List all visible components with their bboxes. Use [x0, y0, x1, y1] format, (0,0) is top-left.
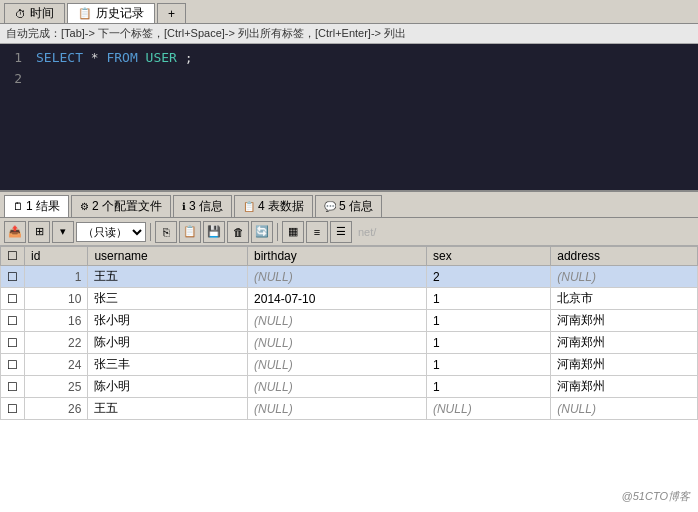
row-checkbox[interactable]: ☐ [1, 310, 25, 332]
line-numbers: 1 2 [0, 44, 30, 190]
cell-id[interactable]: 26 [25, 398, 88, 420]
cell-id[interactable]: 22 [25, 332, 88, 354]
results-tab-5[interactable]: 💬 5 信息 [315, 195, 382, 217]
toolbar-paste-btn[interactable]: 📋 [179, 221, 201, 243]
tab-time[interactable]: ⏱ 时间 [4, 3, 65, 23]
results-tab-2[interactable]: ⚙ 2 个配置文件 [71, 195, 171, 217]
cell-sex[interactable]: 1 [426, 288, 550, 310]
toolbar-delete-btn[interactable]: 🗑 [227, 221, 249, 243]
cell-address[interactable]: 河南郑州 [551, 310, 698, 332]
results-table: ☐ id username birthday sex address ☐1王五(… [0, 246, 698, 420]
row-checkbox[interactable]: ☐ [1, 332, 25, 354]
cell-birthday[interactable]: (NULL) [248, 310, 427, 332]
cell-birthday[interactable]: 2014-07-10 [248, 288, 427, 310]
results-tab-5-label: 5 信息 [339, 198, 373, 215]
results-tab-1-icon: 🗒 [13, 201, 23, 212]
cell-address[interactable]: 河南郑州 [551, 332, 698, 354]
cell-sex[interactable]: (NULL) [426, 398, 550, 420]
editor-area: 自动完成：[Tab]-> 下一个标签，[Ctrl+Space]-> 列出所有标签… [0, 24, 698, 192]
cell-address[interactable]: 河南郑州 [551, 354, 698, 376]
header-sex: sex [426, 247, 550, 266]
header-checkbox: ☐ [1, 247, 25, 266]
sql-code-area[interactable]: SELECT * FROM USER ; [30, 44, 698, 190]
tab-bar: ⏱ 时间 📋 历史记录 + [0, 0, 698, 24]
cell-address[interactable]: 河南郑州 [551, 376, 698, 398]
cell-birthday[interactable]: (NULL) [248, 376, 427, 398]
results-tab-2-icon: ⚙ [80, 201, 89, 212]
cell-username[interactable]: 陈小明 [88, 376, 248, 398]
toolbar-list-btn[interactable]: ≡ [306, 221, 328, 243]
results-tabs: 🗒 1 结果 ⚙ 2 个配置文件 ℹ 3 信息 📋 4 表数据 💬 5 信息 [0, 192, 698, 218]
cell-id[interactable]: 25 [25, 376, 88, 398]
cell-sex[interactable]: 2 [426, 266, 550, 288]
results-tab-4[interactable]: 📋 4 表数据 [234, 195, 313, 217]
row-checkbox[interactable]: ☐ [1, 288, 25, 310]
cell-address[interactable]: 北京市 [551, 288, 698, 310]
row-checkbox[interactable]: ☐ [1, 266, 25, 288]
table-row[interactable]: ☐22陈小明(NULL)1河南郑州 [1, 332, 698, 354]
cell-id[interactable]: 24 [25, 354, 88, 376]
toolbar-table-btn[interactable]: ▦ [282, 221, 304, 243]
toolbar-save-btn[interactable]: 💾 [203, 221, 225, 243]
cell-sex[interactable]: 1 [426, 376, 550, 398]
toolbar-sep-1 [150, 223, 151, 241]
row-checkbox[interactable]: ☐ [1, 398, 25, 420]
header-birthday: birthday [248, 247, 427, 266]
cell-birthday[interactable]: (NULL) [248, 354, 427, 376]
results-tab-1-label: 1 结果 [26, 198, 60, 215]
sql-editor[interactable]: 1 2 SELECT * FROM USER ; [0, 44, 698, 190]
table-row[interactable]: ☐25陈小明(NULL)1河南郑州 [1, 376, 698, 398]
results-tab-3-label: 3 信息 [189, 198, 223, 215]
readonly-select[interactable]: （只读） [76, 222, 146, 242]
table-row[interactable]: ☐26王五(NULL)(NULL)(NULL) [1, 398, 698, 420]
cell-id[interactable]: 16 [25, 310, 88, 332]
cell-username[interactable]: 王五 [88, 398, 248, 420]
cell-sex[interactable]: 1 [426, 332, 550, 354]
tab-history[interactable]: 📋 历史记录 [67, 3, 155, 23]
table-header-row: ☐ id username birthday sex address [1, 247, 698, 266]
data-table-wrapper[interactable]: ☐ id username birthday sex address ☐1王五(… [0, 246, 698, 512]
cell-birthday[interactable]: (NULL) [248, 398, 427, 420]
cell-birthday[interactable]: (NULL) [248, 332, 427, 354]
header-username: username [88, 247, 248, 266]
table-row[interactable]: ☐24张三丰(NULL)1河南郑州 [1, 354, 698, 376]
sql-line-2 [36, 69, 692, 90]
cell-address[interactable]: (NULL) [551, 398, 698, 420]
toolbar-grid-btn[interactable]: ⊞ [28, 221, 50, 243]
toolbar-arrow-btn[interactable]: ▾ [52, 221, 74, 243]
cell-username[interactable]: 张小明 [88, 310, 248, 332]
table-row[interactable]: ☐16张小明(NULL)1河南郑州 [1, 310, 698, 332]
cell-sex[interactable]: 1 [426, 310, 550, 332]
cell-address[interactable]: (NULL) [551, 266, 698, 288]
cell-id[interactable]: 1 [25, 266, 88, 288]
history-icon: 📋 [78, 7, 92, 20]
cell-username[interactable]: 王五 [88, 266, 248, 288]
toolbar-form-btn[interactable]: ☰ [330, 221, 352, 243]
toolbar-net-label: net/ [358, 226, 376, 238]
row-checkbox[interactable]: ☐ [1, 354, 25, 376]
toolbar-export-btn[interactable]: 📤 [4, 221, 26, 243]
header-address: address [551, 247, 698, 266]
cell-sex[interactable]: 1 [426, 354, 550, 376]
cell-birthday[interactable]: (NULL) [248, 266, 427, 288]
results-tab-3[interactable]: ℹ 3 信息 [173, 195, 232, 217]
row-checkbox[interactable]: ☐ [1, 376, 25, 398]
results-tab-1[interactable]: 🗒 1 结果 [4, 195, 69, 217]
tab-new[interactable]: + [157, 3, 186, 23]
header-id: id [25, 247, 88, 266]
toolbar-copy-btn[interactable]: ⎘ [155, 221, 177, 243]
table-row[interactable]: ☐1王五(NULL)2(NULL) [1, 266, 698, 288]
cell-username[interactable]: 张三丰 [88, 354, 248, 376]
toolbar: 📤 ⊞ ▾ （只读） ⎘ 📋 💾 🗑 🔄 ▦ ≡ ☰ net/ [0, 218, 698, 246]
results-tab-4-icon: 📋 [243, 201, 255, 212]
table-row[interactable]: ☐10张三2014-07-101北京市 [1, 288, 698, 310]
cell-username[interactable]: 陈小明 [88, 332, 248, 354]
cell-username[interactable]: 张三 [88, 288, 248, 310]
results-panel: 🗒 1 结果 ⚙ 2 个配置文件 ℹ 3 信息 📋 4 表数据 💬 5 信息 📤… [0, 192, 698, 512]
results-tab-3-icon: ℹ [182, 201, 186, 212]
results-tab-4-label: 4 表数据 [258, 198, 304, 215]
autocomplete-hint: 自动完成：[Tab]-> 下一个标签，[Ctrl+Space]-> 列出所有标签… [0, 24, 698, 44]
results-tab-2-label: 2 个配置文件 [92, 198, 162, 215]
cell-id[interactable]: 10 [25, 288, 88, 310]
toolbar-refresh-btn[interactable]: 🔄 [251, 221, 273, 243]
